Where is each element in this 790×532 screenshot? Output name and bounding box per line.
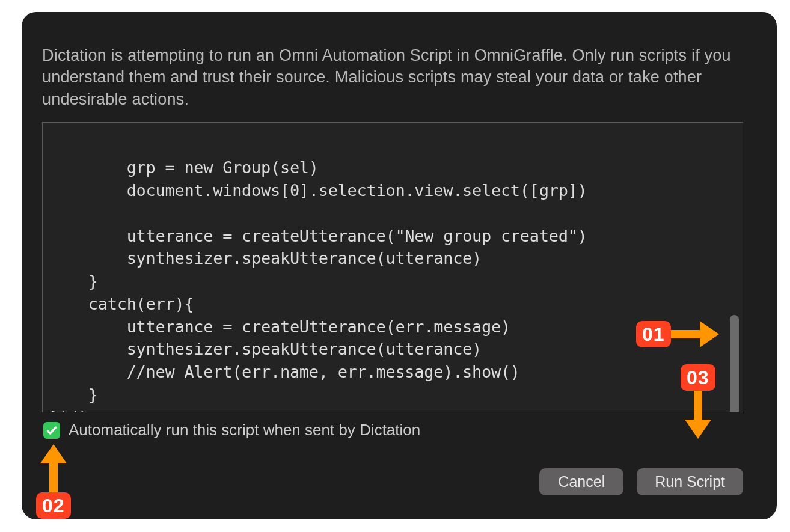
check-icon <box>46 424 58 436</box>
auto-run-option-row: Automatically run this script when sent … <box>42 421 743 439</box>
script-code-content: grp = new Group(sel) document.windows[0]… <box>50 133 735 412</box>
script-preview-box: grp = new Group(sel) document.windows[0]… <box>42 122 743 412</box>
auto-run-checkbox[interactable] <box>43 422 60 439</box>
annotation-03: 03 <box>681 364 715 439</box>
annotation-badge-01: 01 <box>636 321 671 347</box>
cancel-button[interactable]: Cancel <box>539 468 623 495</box>
scrollbar-track[interactable] <box>729 124 741 411</box>
annotation-badge-03: 03 <box>681 364 715 391</box>
dialog-button-row: Cancel Run Script <box>42 468 743 495</box>
annotation-02: 02 <box>36 444 71 519</box>
arrow-right-icon <box>671 321 719 347</box>
arrow-up-icon <box>40 444 67 492</box>
auto-run-checkbox-label: Automatically run this script when sent … <box>69 421 420 439</box>
annotation-badge-02: 02 <box>36 492 71 519</box>
warning-message: Dictation is attempting to run an Omni A… <box>42 44 743 110</box>
scrollbar-thumb[interactable] <box>730 315 739 412</box>
script-permission-dialog: Dictation is attempting to run an Omni A… <box>22 12 777 519</box>
annotation-01: 01 <box>636 321 719 347</box>
run-script-button[interactable]: Run Script <box>637 468 743 495</box>
arrow-down-icon <box>685 391 711 439</box>
